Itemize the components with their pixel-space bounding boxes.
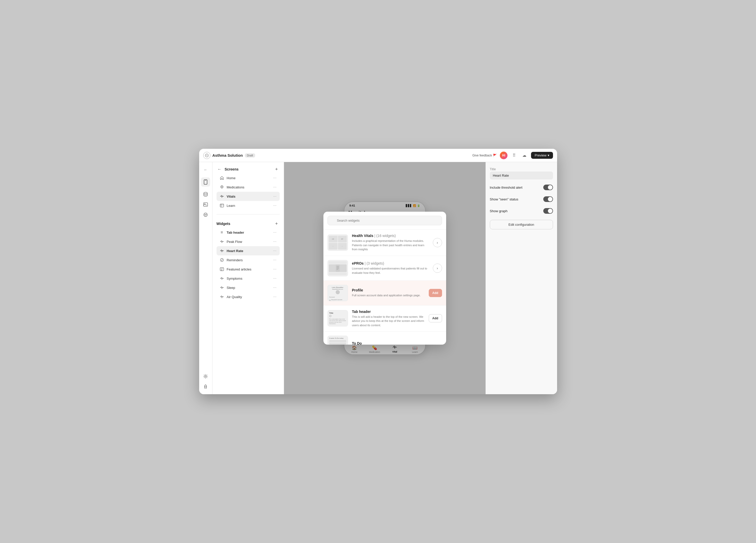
edit-configuration-button[interactable]: Edit configuration [490,220,553,229]
search-wrap: 🔍 [328,216,442,225]
svg-rect-14 [336,265,340,272]
seen-status-label: Show "seen" status [490,197,518,201]
sidebar-widget-air-quality[interactable]: Air Quality ··· [217,292,280,301]
featured-articles-icon [220,267,224,271]
widgets-add-button[interactable]: + [274,221,280,227]
modal-item-profile[interactable]: Luke Skywalker thejedi@email.com Account… [323,281,446,306]
app-title: Asthma Solution [212,153,243,157]
widget-search-input[interactable] [328,216,442,225]
top-bar-left: Asthma Solution Draft [203,152,469,159]
screens-header: ← Screens + [217,166,280,172]
sidebar-widget-peak-flow[interactable]: Peak Flow ··· [217,237,280,246]
sidebar-sleep-label: Sleep [227,286,271,290]
svg-point-8 [206,214,207,215]
grid-icon[interactable]: ⠿ [511,152,518,159]
health-vitals-thumbnail: HR BP ···· ···· [328,234,348,251]
right-panel-title-input[interactable] [490,172,553,179]
back-nav-icon[interactable]: ← [201,165,210,174]
modal-search-area: 🔍 [323,212,446,230]
sleep-more-icon[interactable]: ··· [273,285,276,290]
sidebar-air-quality-label: Air Quality [227,295,271,299]
app-window: Asthma Solution Draft Give feedback 🚩 Hi… [199,149,557,394]
peak-flow-icon [220,239,224,244]
modal-overlay[interactable]: 🔍 HR BP ···· [284,162,486,394]
tab-header-content: Tab header This is will add a header to … [352,310,425,327]
seen-status-toggle[interactable] [543,196,553,202]
sidebar-widget-tab-header[interactable]: ≡ Tab header ··· [217,228,280,237]
screens-add-button[interactable]: + [274,166,280,172]
peak-flow-more-icon[interactable]: ··· [273,239,276,244]
phone-icon[interactable] [201,177,210,187]
sidebar-widget-reminders[interactable]: Reminders ··· [217,255,280,265]
symptoms-more-icon[interactable]: ··· [273,276,276,281]
feedback-button[interactable]: Give feedback 🚩 [472,154,497,157]
tab-header-more-icon[interactable]: ··· [273,230,276,235]
widget-list: HR BP ···· ···· Health Vitals | (16 widg… [323,230,446,345]
profile-add-button[interactable]: Add [429,289,442,297]
reminders-more-icon[interactable]: ··· [273,258,276,262]
todo-thumbnail: 5 tasks To Do today [328,336,348,345]
image-icon[interactable] [201,200,210,209]
air-quality-more-icon[interactable]: ··· [273,295,276,299]
seen-status-row: Show "seen" status [490,195,553,203]
tab-header-add-button[interactable]: Add [429,314,442,322]
vitals-more-icon[interactable]: ··· [273,194,276,199]
sidebar-peak-flow-label: Peak Flow [227,240,271,244]
profile-content: Profile Full screen account data and app… [352,288,425,298]
user-avatar[interactable]: Hi [500,152,507,159]
sidebar-item-vitals[interactable]: Vitals ··· [217,192,280,201]
sidebar-learn-label: Learn [227,204,271,208]
sidebar-item-medications[interactable]: Medications ··· [217,183,280,192]
sidebar-reminders-label: Reminders [227,258,271,262]
symptoms-icon [220,276,224,281]
modal-item-epros[interactable]: ePROs | (3 widgets) Licensed and validat… [323,256,446,281]
widgets-section: Widgets + ≡ Tab header ··· Peak Flow ··· [212,217,284,303]
threshold-toggle[interactable] [543,185,553,190]
featured-articles-more-icon[interactable]: ··· [273,267,276,271]
reminders-icon [220,258,224,262]
app-logo [203,152,210,159]
icon-bar: ← [199,162,212,394]
sidebar-widget-featured-articles[interactable]: Featured articles ··· [217,265,280,274]
sidebar-widget-sleep[interactable]: Sleep ··· [217,283,280,292]
sidebar-tab-header-label: Tab header [227,231,271,234]
main-layout: ← [199,162,557,394]
health-vitals-content: Health Vitals | (16 widgets) Includes a … [352,234,429,252]
learn-more-icon[interactable]: ··· [273,203,276,208]
database-icon[interactable] [201,190,210,199]
modal-item-health-vitals[interactable]: HR BP ···· ···· Health Vitals | (16 widg… [323,230,446,256]
sidebar-home-label: Home [227,176,271,180]
chevron-down-icon: ▾ [548,153,549,157]
svg-point-3 [204,192,207,194]
epros-title: ePROs | (3 widgets) [352,261,429,265]
home-icon [220,176,224,180]
sidebar-vitals-label: Vitals [227,195,271,198]
heart-rate-more-icon[interactable]: ··· [273,248,276,253]
cloud-icon[interactable]: ☁ [521,152,528,159]
flag-icon: 🚩 [493,154,497,157]
show-graph-row: Show graph [490,207,553,215]
back-button[interactable]: ← [217,166,223,172]
svg-rect-11 [220,204,224,207]
sidebar: ← Screens + Home ··· [212,162,284,394]
tab-header-icon: ≡ [220,230,224,235]
robot-icon[interactable] [201,210,210,219]
todo-title: To Do [352,341,442,345]
modal-item-todo[interactable]: 5 tasks To Do today To Do [323,332,446,345]
vitals-icon [220,194,224,199]
rocket-icon[interactable] [201,382,210,391]
show-graph-toggle[interactable] [543,208,553,214]
sidebar-item-learn[interactable]: Learn ··· [217,201,280,210]
epros-arrow-button[interactable]: › [433,264,442,273]
modal-item-tab-header[interactable]: Title Put a description here to let user… [323,306,446,332]
settings-icon[interactable] [201,372,210,381]
sidebar-item-home[interactable]: Home ··· [217,173,280,183]
preview-button[interactable]: Preview ▾ [531,152,553,159]
home-more-icon[interactable]: ··· [273,176,276,180]
medications-more-icon[interactable]: ··· [273,185,276,189]
sidebar-widget-heart-rate[interactable]: Heart Rate ··· [217,246,280,255]
heart-rate-icon [220,248,224,253]
sidebar-widget-symptoms[interactable]: Symptoms ··· [217,274,280,283]
health-vitals-arrow-button[interactable]: › [433,238,442,247]
epros-image [329,264,347,272]
